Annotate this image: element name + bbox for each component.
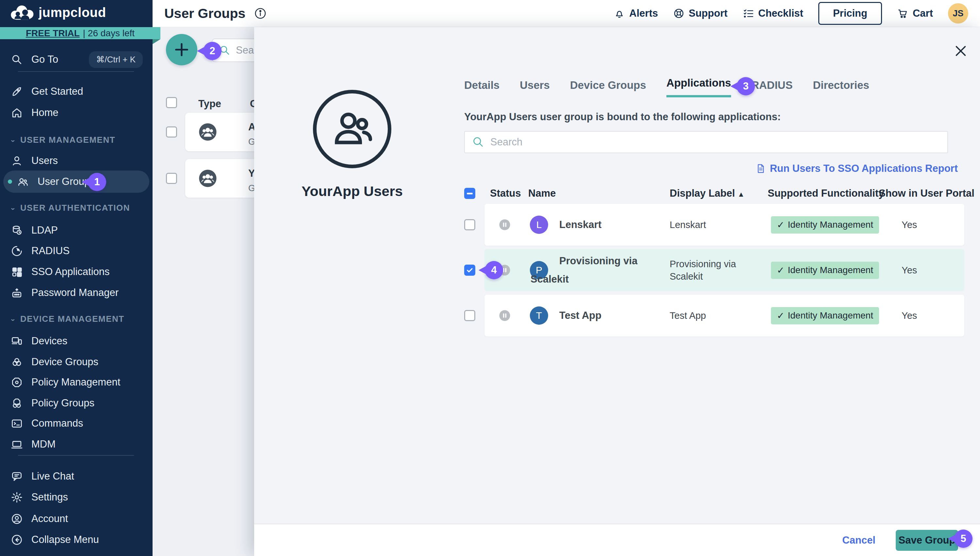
sidebar-item-commands[interactable]: Commands [0, 413, 153, 434]
sidebar-item-label: Collapse Menu [31, 534, 99, 546]
tab-radius[interactable]: RADIUS [751, 79, 793, 97]
close-icon[interactable] [953, 44, 968, 58]
column-status[interactable]: Status [490, 188, 521, 199]
app-name-cell: Lenskart [531, 204, 658, 246]
app-display-label-cell: Lenskart [670, 204, 750, 246]
sidebar-item-password-manager[interactable]: Password Manager [0, 282, 153, 303]
tab-applications[interactable]: Applications [667, 77, 731, 97]
group-name: YourApp Users [254, 183, 450, 199]
sidebar-item-live-chat[interactable]: Live Chat [0, 466, 153, 487]
sidebar-item-user-groups[interactable]: User Groups [3, 171, 149, 193]
sidebar-item-home[interactable]: Home [0, 102, 153, 123]
sidebar-item-settings[interactable]: Settings [0, 487, 153, 508]
sso-grid-icon [11, 266, 23, 278]
sidebar-section-user-management[interactable]: ⌄ USER MANAGEMENT [0, 131, 153, 148]
app-display-label: Provisioning via Scalekit [670, 258, 750, 283]
applications-search-input[interactable] [490, 136, 914, 148]
add-group-button[interactable] [166, 34, 197, 65]
section-title: USER AUTHENTICATION [20, 203, 130, 213]
app-display-label-cell: Test App [670, 295, 750, 336]
sidebar-item-label: RADIUS [31, 245, 69, 257]
app-row-checkbox-checked[interactable] [464, 265, 475, 276]
tab-directories[interactable]: Directories [813, 79, 869, 97]
home-icon [11, 107, 23, 119]
group-details-panel: YourApp Users Details Users Device Group… [254, 27, 980, 556]
run-report-label: Run Users To SSO Applications Report [770, 163, 958, 175]
goto-search[interactable]: Go To ⌘/Ctrl + K [0, 49, 153, 70]
app-name: Test App [531, 306, 658, 325]
cart-button[interactable]: Cart [897, 8, 933, 19]
sidebar-item-radius[interactable]: RADIUS [0, 241, 153, 261]
select-all-groups-checkbox[interactable] [166, 97, 177, 108]
commands-terminal-icon [11, 417, 23, 430]
app-display-label: Lenskart [670, 218, 706, 231]
group-row-checkbox[interactable] [166, 173, 177, 184]
check-icon: ✓ [777, 265, 784, 276]
sidebar-item-device-groups[interactable]: Device Groups [0, 351, 153, 372]
device-groups-icon [11, 356, 23, 368]
user-icon [11, 155, 23, 167]
sidebar-item-policy-management[interactable]: Policy Management [0, 372, 153, 393]
alerts-button[interactable]: Alerts [614, 8, 658, 19]
app-row-checkbox[interactable] [464, 219, 475, 230]
app-row-lenskart[interactable]: L Lenskart Lenskart ✓Identity Management… [484, 204, 964, 246]
life-ring-icon [673, 8, 685, 19]
column-supported-functionality[interactable]: Supported Functionality [768, 188, 884, 199]
sidebar-divider [18, 71, 134, 72]
run-report-link[interactable]: Run Users To SSO Applications Report [756, 163, 958, 175]
column-display-label[interactable]: Display Label▲ [670, 188, 745, 199]
search-icon [472, 136, 484, 148]
show-in-portal-value: Yes [902, 295, 917, 336]
checklist-button[interactable]: Checklist [743, 8, 803, 19]
support-button[interactable]: Support [673, 8, 728, 19]
chevron-down-icon: ⌄ [10, 205, 16, 211]
select-all-apps-checkbox[interactable] [464, 188, 475, 199]
group-row-checkbox[interactable] [166, 126, 177, 137]
cart-icon [897, 8, 909, 19]
goto-shortcut: ⌘/Ctrl + K [89, 51, 143, 68]
section-title: DEVICE MANAGEMENT [20, 314, 124, 324]
sidebar-item-label: Password Manager [31, 287, 119, 299]
support-label: Support [689, 8, 728, 19]
user-avatar[interactable]: JS [948, 3, 968, 24]
app-row-checkbox[interactable] [464, 310, 475, 321]
tab-device-groups[interactable]: Device Groups [570, 79, 646, 97]
app-row-test-app[interactable]: T Test App Test App ✓Identity Management… [484, 295, 964, 336]
sidebar-item-collapse-menu[interactable]: Collapse Menu [0, 529, 153, 550]
column-type: Type [198, 98, 221, 110]
pricing-button[interactable]: Pricing [818, 2, 882, 25]
sidebar-item-ldap[interactable]: LDAP [0, 220, 153, 241]
sidebar-section-device-management[interactable]: ⌄ DEVICE MANAGEMENT [0, 310, 153, 327]
sidebar-item-users[interactable]: Users [0, 150, 153, 171]
app-row-provisioning-scalekit[interactable]: P Provisioning via Scalekit Provisioning… [484, 249, 964, 291]
sidebar-item-label: Users [31, 155, 58, 166]
tab-details[interactable]: Details [464, 79, 499, 97]
functionality-badge: ✓Identity Management [771, 216, 879, 234]
tab-users[interactable]: Users [520, 79, 550, 97]
cancel-button[interactable]: Cancel [842, 535, 875, 546]
panel-footer: Cancel Save Group [254, 524, 980, 556]
sidebar-item-devices[interactable]: Devices [0, 331, 153, 351]
free-trial-banner[interactable]: FREE TRIAL | 26 days left [0, 27, 160, 39]
sidebar-item-policy-groups[interactable]: Policy Groups [0, 393, 153, 414]
app-name-cell: Provisioning via Scalekit [531, 249, 658, 291]
applications-search-field[interactable] [464, 131, 948, 153]
sidebar-item-mdm[interactable]: MDM [0, 434, 153, 455]
jumpcloud-logo[interactable]: jumpcloud [10, 4, 106, 21]
sidebar-divider [18, 455, 134, 456]
info-icon[interactable] [254, 7, 267, 20]
sidebar-section-user-authentication[interactable]: ⌄ USER AUTHENTICATION [0, 199, 153, 216]
sidebar-item-account[interactable]: Account [0, 508, 153, 529]
app-functionality-cell: ✓Identity Management [771, 249, 879, 291]
column-name[interactable]: Name [528, 188, 555, 199]
section-title: USER MANAGEMENT [20, 135, 115, 145]
sidebar-item-sso-applications[interactable]: SSO Applications [0, 261, 153, 282]
report-document-icon [756, 163, 766, 175]
column-show-in-user-portal[interactable]: Show in User Portal [879, 188, 974, 199]
radius-icon [11, 245, 23, 257]
step-badge-2: 2 [203, 42, 221, 60]
sidebar-item-get-started[interactable]: Get Started [0, 81, 153, 102]
functionality-badge: ✓Identity Management [771, 307, 879, 324]
alerts-label: Alerts [629, 8, 658, 19]
chevron-down-icon: ⌄ [10, 137, 16, 144]
